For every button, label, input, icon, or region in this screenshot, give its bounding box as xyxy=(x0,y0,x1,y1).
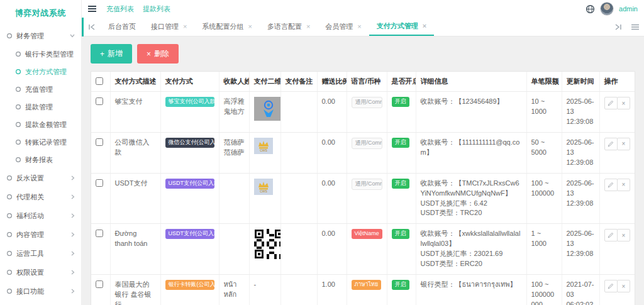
sidebar-item[interactable]: 代理相关 xyxy=(0,187,81,206)
sidebar-subitem[interactable]: 财务报表 xyxy=(0,151,81,169)
row-checkbox[interactable] xyxy=(96,138,103,146)
sidebar-subitem-label: 转账记录管理 xyxy=(25,138,67,147)
table-body: 够宝支付够宝支付(公司入款)高浮雅鬼地方0.00通用/Common开启收款账号：… xyxy=(91,92,635,305)
column-header: 收款人姓名 xyxy=(219,72,249,92)
row-delete-button[interactable]: × xyxy=(617,229,630,241)
table-row: 泰国最大的银行 盘谷银行银行卡转账(公司入款)หน้าหลัก-1.00ภาษา… xyxy=(91,275,635,305)
tab-支付方式管理[interactable]: 支付方式管理× xyxy=(369,18,434,36)
row-checkbox[interactable] xyxy=(96,230,103,237)
sidebar-subitem[interactable]: 提款管理 xyxy=(0,98,81,116)
crown-logo-image: CWS xyxy=(254,138,273,154)
tab-多语言配置[interactable]: 多语言配置× xyxy=(260,18,318,36)
sidebar-item[interactable]: 运营工具 xyxy=(0,244,81,263)
enabled-cell: 开启 xyxy=(387,92,416,133)
app-window: 博弈对战系统 财务管理银行卡类型管理支付方式管理充值管理提款管理提款金额管理转账… xyxy=(0,0,644,305)
tab-会员管理[interactable]: 会员管理× xyxy=(318,18,369,36)
sidebar-item[interactable]: 福利活动 xyxy=(0,206,81,225)
details-line: 银行类型：【ธนาคารกรุงเทพ】 xyxy=(421,280,522,290)
tab-close-icon[interactable]: × xyxy=(357,23,361,30)
enabled-badge[interactable]: 开启 xyxy=(392,97,409,107)
select-all-checkbox[interactable] xyxy=(96,77,103,85)
edit-button[interactable] xyxy=(604,229,618,241)
sidebar-subitem-label: 提款金额管理 xyxy=(25,120,67,130)
globe-icon[interactable] xyxy=(586,4,595,14)
row-checkbox[interactable] xyxy=(96,97,103,105)
tab-close-icon[interactable]: × xyxy=(423,23,426,30)
tab-scroll-left-icon[interactable] xyxy=(84,24,101,30)
sidebar-item[interactable]: 接口功能 xyxy=(0,282,81,301)
sidebar-subitem[interactable]: 支付方式管理 xyxy=(0,63,81,80)
language-currency-cell: 通用/Common xyxy=(347,173,387,224)
tabbar: 后台首页接口管理×系统配置分组×多语言配置×会员管理×支付方式管理× xyxy=(82,18,644,36)
row-checkbox-cell xyxy=(91,224,110,275)
details-cell: 收款账号：【1111111111@qq.com】 xyxy=(416,132,526,173)
edit-button[interactable] xyxy=(604,280,618,292)
menu-circle-icon xyxy=(15,69,21,75)
enabled-cell: 开启 xyxy=(387,173,416,224)
tab-close-icon[interactable]: × xyxy=(248,23,252,30)
edit-button[interactable] xyxy=(604,97,618,109)
brand-title: 博弈对战系统 xyxy=(0,0,81,26)
delete-button[interactable]: × 删除 xyxy=(137,44,179,64)
tab-scroll-right-icon[interactable] xyxy=(609,24,626,30)
operations-group: × xyxy=(604,179,631,191)
add-button[interactable]: + 新增 xyxy=(91,44,132,64)
sidebar-subitem[interactable]: 转账记录管理 xyxy=(0,133,81,151)
bonus-ratio-cell: 0.00 xyxy=(317,224,347,275)
sidebar-subitem[interactable]: 银行卡类型管理 xyxy=(0,45,81,63)
language-badge: 通用/Common xyxy=(352,97,382,108)
username: admin xyxy=(619,5,638,13)
enabled-badge[interactable]: 开启 xyxy=(392,280,409,290)
payment-method-cell: 银行卡转账(公司入款) xyxy=(160,275,219,305)
sidebar-subitem-label: 充值管理 xyxy=(25,85,53,94)
svg-text:CWS: CWS xyxy=(260,148,267,152)
language-currency-cell: 通用/Common xyxy=(347,132,387,173)
tabs: 后台首页接口管理×系统配置分组×多语言配置×会员管理×支付方式管理× xyxy=(101,18,434,36)
enabled-badge[interactable]: 开启 xyxy=(392,179,409,189)
edit-button[interactable] xyxy=(604,138,618,150)
menu-circle-icon xyxy=(15,51,21,57)
tab-接口管理[interactable]: 接口管理× xyxy=(143,18,194,36)
sidebar-item[interactable]: 权限设置 xyxy=(0,263,81,282)
tab-系统配置分组[interactable]: 系统配置分组× xyxy=(194,18,259,36)
bonus-ratio-cell: 1.00 xyxy=(317,275,347,305)
language-currency-cell: ภาษาไทย xyxy=(347,275,387,305)
sidebar-item[interactable]: 日志管理 xyxy=(0,301,81,305)
updated-time-cell: 2025-06-13 12:39:08 xyxy=(562,224,599,275)
tab-后台首页[interactable]: 后台首页 xyxy=(101,18,143,36)
sidebar-subitem[interactable]: 充值管理 xyxy=(0,80,81,98)
table-header-row: 支付方式描述支付方式收款人姓名支付二维码支付备注赠送比例语言/币种是否开启详细信… xyxy=(91,72,635,92)
sidebar-subitem[interactable]: 提款金额管理 xyxy=(0,116,81,133)
row-delete-button[interactable]: × xyxy=(617,138,630,150)
enabled-badge[interactable]: 开启 xyxy=(392,138,409,148)
row-checkbox[interactable] xyxy=(96,280,103,288)
menu-circle-icon xyxy=(6,231,13,238)
sidebar-subitem-label: 银行卡类型管理 xyxy=(25,50,74,59)
sidebar-toggle-icon[interactable] xyxy=(88,6,96,12)
column-header: 语言/币种 xyxy=(347,72,387,92)
row-checkbox[interactable] xyxy=(96,179,103,187)
edit-button[interactable] xyxy=(604,179,618,191)
row-checkbox-cell xyxy=(91,275,110,305)
topbar-link-withdraw-list[interactable]: 提款列表 xyxy=(143,4,170,14)
details-line: 收款账号：【1111111111@qq.com】 xyxy=(421,138,522,158)
row-delete-button[interactable]: × xyxy=(617,97,630,109)
tab-options-icon[interactable] xyxy=(626,24,644,30)
column-header: 支付方式 xyxy=(160,72,219,92)
sidebar-item-label: 内容管理 xyxy=(16,230,44,240)
row-delete-button[interactable]: × xyxy=(617,280,630,292)
payment-qrcode-cell: CWS xyxy=(249,132,280,173)
tabbar-right xyxy=(609,24,644,30)
language-badge: ViệtName xyxy=(352,229,382,239)
topbar-link-recharge-list[interactable]: 充值列表 xyxy=(106,4,134,14)
sidebar-item[interactable]: 财务管理 xyxy=(0,26,81,45)
tab-close-icon[interactable]: × xyxy=(306,23,310,30)
sidebar-item[interactable]: 反水设置 xyxy=(0,169,81,187)
row-delete-button[interactable]: × xyxy=(617,179,630,191)
enabled-badge[interactable]: 开启 xyxy=(392,229,409,239)
avatar[interactable] xyxy=(600,2,614,16)
payment-method-badge: 微信公支付(公司入款) xyxy=(165,138,214,148)
bonus-ratio-cell: 0.00 xyxy=(317,92,347,133)
tab-close-icon[interactable]: × xyxy=(183,23,187,30)
sidebar-item[interactable]: 内容管理 xyxy=(0,225,81,244)
